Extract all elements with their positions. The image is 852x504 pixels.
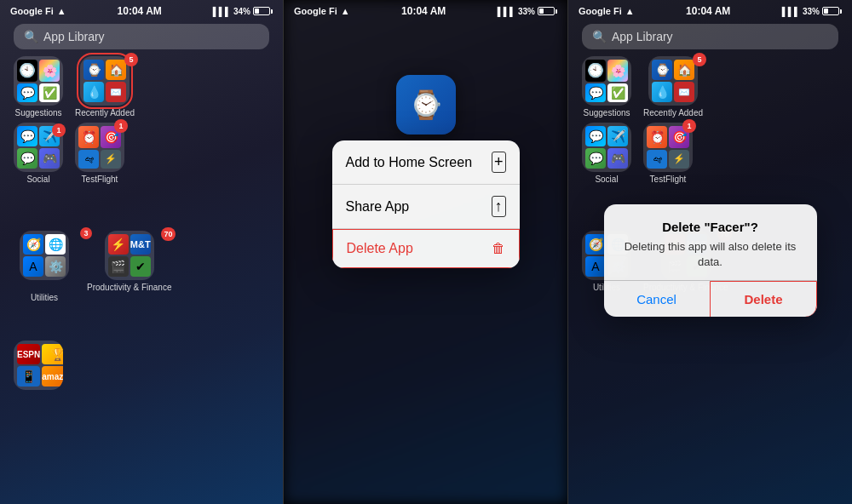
p3-m2-cell: 💬 [585,126,606,146]
p3-social-grid[interactable]: 💬 ✈️ 💬 🎮 [582,123,631,172]
share-app-item[interactable]: Share App ↑ [332,185,520,229]
status-bar-2: Google Fi ▲ 10:04 AM ▌▌▌ 33% [284,0,567,20]
share-app-label: Share App [346,199,410,215]
wifi-icon-3: ▲ [625,6,635,16]
time-display-1: 10:04 AM [118,5,162,17]
suggestions-grid[interactable]: 🕙 🌸 💬 ✅ [14,56,63,106]
davinci-cell: 🎬 [108,256,129,277]
p3-suggestions-group: 🕙 🌸 💬 ✅ Suggestions [582,56,631,117]
testflight-group: ⏰ 🎯 🛩 ⚡ 1 TestFlight [75,123,124,184]
battery-label-3: 33% [803,7,820,16]
safari-cell: 🧭 [23,234,43,255]
battery-tip-2 [556,9,557,14]
social-group: 💬 ✈️ 💬 🎮 1 Social [14,123,63,184]
p3-testflight-label: TestFlight [650,175,687,184]
espn-group: ESPN 🏆 📱 amazon [14,341,63,390]
battery-body-1 [253,7,270,15]
p3-mail-cell: ✉️ [674,82,694,102]
trophy-cell: 🏆 [42,344,63,364]
recently-added-group: ⌚ 🏠 💧 ✉️ 5 Recently Added [75,56,135,117]
dialog-cancel-button[interactable]: Cancel [604,281,711,317]
p3-facer-cell: ⌚ [652,60,672,80]
add-to-home-screen-item[interactable]: Add to Home Screen + [332,140,520,185]
p3-photos-cell: 🌸 [607,60,628,82]
search-bar-3[interactable]: 🔍 App Library [582,24,838,49]
phone-panel-3: Google Fi ▲ 10:04 AM ▌▌▌ 33% 🔍 App Libra… [568,0,852,504]
facer-cell: ⌚ [83,60,104,80]
battery-label-1: 34% [233,7,250,16]
p3-suggestions-grid[interactable]: 🕙 🌸 💬 ✅ [582,56,631,106]
add-home-label: Add to Home Screen [346,155,473,170]
reminders-cell: ✅ [39,83,60,103]
time-display-2: 10:04 AM [401,5,446,17]
alarm-cell: ⏰ [78,126,99,148]
battery-fill-3 [824,9,828,14]
status-bar-1: Google Fi ▲ 10:04 AM ▌▌▌ 34% [0,0,283,20]
search-placeholder-1: App Library [43,30,105,43]
recently-added-label: Recently Added [75,108,135,117]
app-row-1: 🕙 🌸 💬 ✅ Suggestions [14,56,269,117]
messages-cell: 💬 [17,148,37,169]
home-cell: 🏠 [106,60,126,80]
testflight-label: TestFlight [82,175,118,184]
productivity-group: ⚡ M&T 🎬 ✔ 70 Productivity & Finance [87,231,172,302]
espn-cell: ESPN [17,344,40,364]
carrier-label-1: Google Fi [10,6,54,16]
status-left-1: Google Fi ▲ [10,6,66,16]
search-icon-1: 🔍 [24,30,38,43]
p3-social-label: Social [595,175,618,184]
suggestions-label: Suggestions [14,108,61,117]
dialog-content: Delete "Facer"? Deleting this app will a… [604,204,817,281]
discord-cell: 🎮 [39,148,60,169]
status-left-3: Google Fi ▲ [579,6,635,16]
chrome-cell: 🌐 [45,234,66,255]
recently-added-grid[interactable]: ⌚ 🏠 💧 ✉️ [80,56,130,106]
p3-app-row-2: 💬 ✈️ 💬 🎮 Social ⏰ 🎯 🛩 ⚡ 1 TestFlight [582,123,838,184]
mt-cell: M&T [130,234,151,255]
social-badge-wrapper: 1 [52,121,66,137]
p3-disc-cell: 🎮 [607,148,628,169]
delete-app-label: Delete App [347,241,413,256]
p3-recently-added-grid[interactable]: ⌚ 🏠 💧 ✉️ [648,56,698,106]
utilities-grid[interactable]: 🧭 🌐 A ⚙️ [20,231,69,280]
battery-label-2: 33% [518,7,535,16]
dialog-delete-button[interactable]: Delete [710,281,817,318]
featured-app-icon: ⌚ [396,75,456,135]
tasks-cell: ✔ [130,256,151,277]
p3-home-cell: 🏠 [674,60,694,80]
clock-cell: 🕙 [17,60,37,82]
search-bar-1[interactable]: 🔍 App Library [14,24,269,49]
productivity-grid[interactable]: ⚡ M&T 🎬 ✔ [105,231,154,280]
battery-body-2 [538,7,555,15]
p3-tf-cell: 🛩 [647,150,667,169]
status-right-3: ▌▌▌ 33% [782,7,842,16]
drop-cell: 💧 [83,82,104,102]
amazon-cell: amazon [42,366,63,387]
dialog-buttons: Cancel Delete [604,281,817,317]
status-right-2: ▌▌▌ 33% [498,7,557,16]
battery-indicator-3 [822,7,842,15]
blue2-cell: 📱 [17,366,40,387]
signal-icon-2: ▌▌▌ [498,7,515,16]
suggestions-group: 🕙 🌸 💬 ✅ Suggestions [14,56,63,117]
search-placeholder-3: App Library [612,30,673,43]
battery-fill-1 [255,9,259,14]
time-display-3: 10:04 AM [686,5,730,17]
status-right-1: ▌▌▌ 34% [213,7,273,16]
espn-grid[interactable]: ESPN 🏆 📱 amazon [14,341,63,390]
p3-reminders-cell: ✅ [607,83,628,103]
carrier-label-2: Google Fi [294,6,337,16]
p3-tf2-cell: ⚡ [669,150,689,169]
delete-app-item[interactable]: Delete App 🗑 [332,229,520,268]
wifi-icon-1: ▲ [57,6,66,16]
battery-indicator-2 [538,7,557,15]
signal-icon-1: ▌▌▌ [213,7,231,16]
signal-icon-3: ▌▌▌ [782,7,800,16]
testflight-cell: 🛩 [78,150,99,169]
messenger-cell-2: 💬 [17,126,37,146]
photos-cell: 🌸 [39,60,60,82]
carrier-label-3: Google Fi [579,6,622,16]
delete-dialog: Delete "Facer"? Deleting this app will a… [604,204,817,317]
delete-app-icon: 🗑 [492,241,505,256]
p3-alarm-cell: ⏰ [647,126,667,148]
